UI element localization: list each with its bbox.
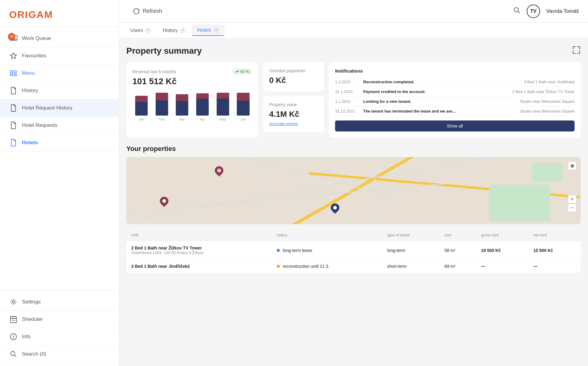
sidebar-item-label: Settings bbox=[22, 299, 41, 305]
map-zoom-out-button[interactable]: − bbox=[568, 203, 576, 212]
sheduler-icon bbox=[9, 315, 18, 324]
doc-icon bbox=[9, 86, 18, 95]
map-pin-1[interactable] bbox=[215, 166, 223, 175]
table-row[interactable]: 3 Bed 1 Bath near Jindřišská reconstruct… bbox=[126, 260, 581, 273]
col-unit: Unit bbox=[126, 229, 272, 241]
avatar[interactable]: TV bbox=[527, 5, 540, 18]
notif-date: 1.1.2022 bbox=[335, 99, 359, 104]
svg-rect-4 bbox=[10, 74, 13, 76]
col-gross-rent: gross rent bbox=[476, 229, 528, 241]
revenue-card: Revenue last 6 months 45 % 101 512 Kč Ja… bbox=[126, 62, 258, 138]
bar-label: Apr bbox=[193, 117, 211, 121]
sidebar-item-sheduler[interactable]: Sheduler bbox=[0, 311, 119, 328]
bar-segment-top bbox=[237, 93, 249, 101]
info-icon bbox=[9, 332, 18, 341]
map-container[interactable]: 4 ⊕ + − bbox=[126, 157, 581, 224]
sidebar-item-info[interactable]: Info bbox=[0, 328, 119, 346]
bar-segment-bottom bbox=[237, 101, 249, 116]
overdue-label: Overdue payments bbox=[269, 68, 318, 73]
bar-segment-top bbox=[217, 93, 229, 99]
sidebar-item-hotel-requests[interactable]: Hotel Requests bbox=[0, 117, 119, 134]
tab-close-users[interactable]: ✕ bbox=[146, 28, 151, 33]
svg-rect-5 bbox=[14, 74, 16, 76]
map-locate-button[interactable]: ⊕ bbox=[568, 161, 576, 170]
notif-desc: Looking for a new tenant. bbox=[363, 99, 516, 104]
svg-point-8 bbox=[12, 320, 13, 321]
svg-marker-1 bbox=[10, 53, 16, 59]
tab-label: Users bbox=[130, 28, 143, 33]
svg-rect-7 bbox=[10, 317, 16, 323]
sidebar-item-work-queue[interactable]: 30 Work Queue bbox=[0, 30, 119, 47]
logo-area: ORIGAM bbox=[0, 0, 119, 27]
property-value-card: Property value 4.1M Kč Accurate pricing bbox=[263, 96, 324, 132]
bar-group bbox=[234, 93, 252, 116]
prop-size: 58 m² bbox=[439, 241, 476, 260]
notif-desc: The tenant has terminated the lease and … bbox=[363, 109, 516, 113]
notif-desc: Reconstruction completed. bbox=[363, 80, 516, 84]
sidebar-item-menu[interactable]: Menu bbox=[0, 65, 119, 82]
prop-type: long-term bbox=[382, 241, 439, 260]
side-cards: Overdue payments 0 Kč Property value 4.1… bbox=[263, 62, 324, 138]
sidebar-item-label: History bbox=[22, 88, 38, 94]
prop-type: short-term bbox=[382, 260, 439, 273]
bar-segment-bottom bbox=[135, 102, 148, 116]
tab-history[interactable]: History ✕ bbox=[157, 25, 191, 36]
map-zoom-in-button[interactable]: + bbox=[568, 195, 576, 203]
tab-users[interactable]: Users ✕ bbox=[125, 25, 156, 36]
svg-point-6 bbox=[12, 301, 15, 303]
sidebar-item-hotels[interactable]: Hotels bbox=[0, 134, 119, 152]
sidebar-item-label: Hotel Requests bbox=[22, 122, 57, 128]
sidebar: ORIGAM 30 Work Queue Favourites bbox=[0, 0, 119, 366]
sidebar-item-label: Info bbox=[22, 334, 31, 340]
bar-segment-top bbox=[135, 96, 148, 102]
svg-rect-2 bbox=[10, 71, 13, 73]
tab-label: History bbox=[163, 28, 178, 33]
tab-close-hotels[interactable]: ✕ bbox=[214, 27, 219, 33]
notifications-list: 1.2.2022 Reconstruction completed. 3 Bed… bbox=[335, 77, 575, 116]
revenue-chart bbox=[132, 91, 252, 116]
bar-group bbox=[132, 93, 150, 116]
table-row[interactable]: 2 Bed 1 Bath near Žižkov TV Tower Ondříč… bbox=[126, 241, 581, 260]
property-value: 4.1M Kč bbox=[269, 109, 318, 119]
map-pin-4[interactable] bbox=[331, 203, 339, 212]
prop-gross-rent: 19 500 Kč bbox=[476, 241, 528, 260]
page-header: Property summary bbox=[126, 46, 581, 56]
sidebar-item-hotel-request-history[interactable]: Hotel Request History bbox=[0, 99, 119, 117]
sidebar-item-search[interactable]: Search (0) bbox=[0, 346, 119, 363]
tab-hotels[interactable]: Hotels ✕ bbox=[192, 25, 224, 36]
sidebar-item-history[interactable]: History bbox=[0, 82, 119, 99]
bar-label: Jun bbox=[234, 117, 252, 121]
notification-row: 1.1.2022 Looking for a new tenant. Studi… bbox=[335, 97, 575, 106]
bar-segment-top bbox=[196, 93, 209, 99]
accurate-pricing-link[interactable]: Accurate pricing bbox=[269, 121, 318, 126]
notif-location: Studio near Wenceslas Square bbox=[520, 99, 575, 104]
refresh-button[interactable]: Refresh bbox=[128, 5, 167, 17]
prop-size: 69 m² bbox=[439, 260, 476, 273]
notifications-card: Notifications 1.2.2022 Reconstruction co… bbox=[329, 62, 581, 138]
revenue-badge: 45 % bbox=[232, 68, 252, 75]
sidebar-item-label: Hotels bbox=[22, 140, 38, 146]
notification-row: 31.1.2022 Payment credited to the accoun… bbox=[335, 87, 575, 97]
search-icon bbox=[513, 7, 521, 14]
map-pin-2[interactable] bbox=[160, 197, 168, 205]
properties-table: Unit status type of lease size gross ren… bbox=[126, 229, 581, 273]
status-dot bbox=[277, 265, 280, 268]
sidebar-item-label: Hotel Request History bbox=[22, 105, 72, 111]
bar-label: May bbox=[214, 117, 232, 121]
show-all-button[interactable]: Show all bbox=[335, 120, 575, 131]
sidebar-item-settings[interactable]: Settings bbox=[0, 293, 119, 311]
col-size: size bbox=[439, 229, 476, 241]
svg-rect-3 bbox=[14, 71, 16, 73]
search-button[interactable] bbox=[513, 7, 521, 16]
bar-chart-labels: JanFebMarAprMayJun bbox=[132, 117, 252, 121]
bar-label: Feb bbox=[153, 117, 171, 121]
bar-group bbox=[173, 93, 191, 116]
sidebar-item-label: Sheduler bbox=[22, 316, 43, 322]
notif-date: 31.12.2021 bbox=[335, 109, 359, 113]
sidebar-item-favourites[interactable]: Favourites bbox=[0, 47, 119, 65]
refresh-label: Refresh bbox=[143, 8, 162, 14]
tab-close-history[interactable]: ✕ bbox=[180, 28, 186, 33]
expand-button[interactable] bbox=[572, 46, 581, 56]
property-value-label: Property value bbox=[269, 102, 318, 107]
notif-date: 1.2.2022 bbox=[335, 80, 359, 84]
